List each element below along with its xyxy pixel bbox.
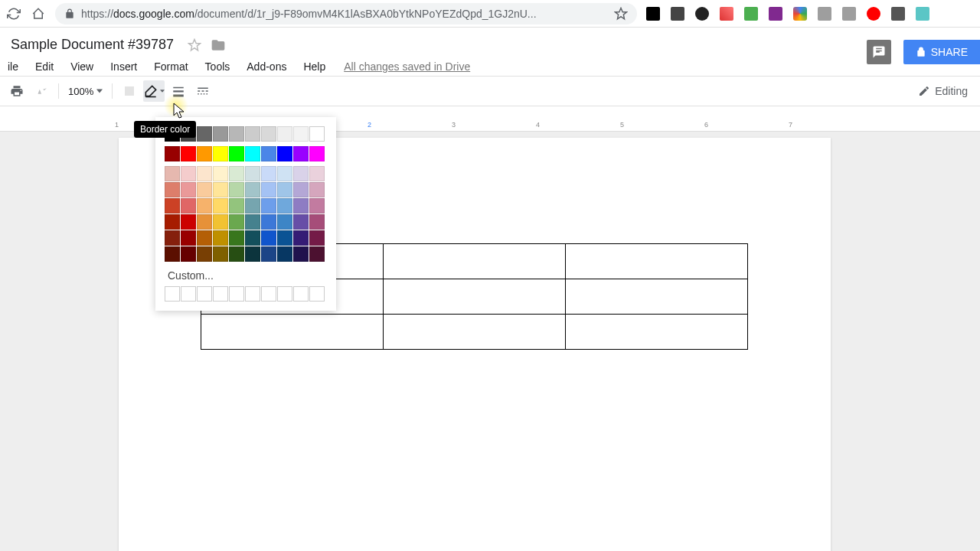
color-swatch[interactable] [309, 126, 325, 142]
ext-icon-3[interactable] [695, 7, 709, 21]
color-swatch[interactable] [181, 198, 196, 214]
ext-icon-8[interactable] [818, 7, 831, 21]
color-swatch[interactable] [277, 182, 292, 197]
save-status[interactable]: All changes saved in Drive [344, 60, 470, 73]
color-swatch[interactable] [293, 126, 309, 142]
color-swatch[interactable] [181, 230, 196, 246]
color-swatch[interactable] [245, 166, 260, 181]
border-width-button[interactable] [168, 80, 189, 102]
border-color-button[interactable] [143, 80, 165, 102]
fill-color-button[interactable] [119, 80, 140, 102]
color-swatch[interactable] [245, 146, 260, 161]
star-icon[interactable] [614, 7, 628, 21]
color-swatch[interactable] [197, 286, 212, 302]
color-swatch[interactable] [165, 182, 180, 197]
menu-file[interactable]: ile [6, 57, 26, 76]
comments-button[interactable] [867, 40, 891, 64]
color-swatch[interactable] [245, 182, 260, 197]
color-swatch[interactable] [229, 286, 244, 302]
color-swatch[interactable] [229, 126, 244, 142]
color-swatch[interactable] [181, 286, 196, 302]
color-swatch[interactable] [213, 230, 228, 246]
color-swatch[interactable] [309, 182, 325, 197]
border-dash-button[interactable] [192, 80, 214, 102]
color-swatch[interactable] [181, 182, 196, 197]
color-swatch[interactable] [261, 246, 276, 262]
color-swatch[interactable] [181, 166, 196, 181]
editing-mode[interactable]: Editing [918, 85, 968, 97]
color-swatch[interactable] [293, 246, 309, 262]
document-title[interactable]: Sample Document #39787 [6, 34, 178, 56]
table-cell[interactable] [384, 244, 566, 279]
color-swatch[interactable] [277, 246, 292, 262]
color-swatch[interactable] [309, 146, 325, 161]
color-swatch[interactable] [213, 214, 228, 230]
color-swatch[interactable] [165, 246, 180, 262]
menu-addons[interactable]: Add-ons [239, 57, 294, 76]
color-swatch[interactable] [277, 126, 292, 142]
folder-icon[interactable] [211, 37, 226, 53]
color-swatch[interactable] [309, 214, 325, 230]
color-swatch[interactable] [245, 198, 260, 214]
color-swatch[interactable] [213, 182, 228, 197]
color-swatch[interactable] [197, 198, 212, 214]
color-swatch[interactable] [213, 166, 228, 181]
menu-view[interactable]: View [63, 57, 101, 76]
color-swatch[interactable] [293, 230, 309, 246]
custom-color-button[interactable]: Custom... [165, 262, 327, 286]
color-swatch[interactable] [277, 146, 292, 161]
color-swatch[interactable] [197, 246, 212, 262]
color-swatch[interactable] [245, 126, 260, 142]
color-swatch[interactable] [277, 198, 292, 214]
ext-icon-12[interactable] [916, 7, 929, 21]
color-swatch[interactable] [277, 166, 292, 181]
color-swatch[interactable] [245, 214, 260, 230]
color-swatch[interactable] [213, 126, 228, 142]
color-swatch[interactable] [277, 286, 292, 302]
share-button[interactable]: SHARE [903, 40, 980, 64]
color-swatch[interactable] [197, 126, 212, 142]
menu-tools[interactable]: Tools [198, 57, 238, 76]
color-swatch[interactable] [229, 230, 244, 246]
ext-icon-6[interactable] [769, 7, 782, 21]
color-swatch[interactable] [229, 182, 244, 197]
color-swatch[interactable] [261, 126, 276, 142]
table-cell[interactable] [566, 315, 748, 350]
color-swatch[interactable] [293, 286, 309, 302]
home-icon[interactable] [31, 6, 46, 21]
star-icon[interactable] [188, 38, 201, 52]
menu-help[interactable]: Help [296, 57, 333, 76]
ext-icon-10[interactable] [867, 7, 880, 21]
color-swatch[interactable] [261, 198, 276, 214]
table-cell[interactable] [566, 279, 748, 315]
color-swatch[interactable] [229, 198, 244, 214]
menu-edit[interactable]: Edit [28, 57, 61, 76]
color-swatch[interactable] [293, 198, 309, 214]
color-swatch[interactable] [261, 182, 276, 197]
menu-format[interactable]: Format [146, 57, 195, 76]
color-swatch[interactable] [213, 246, 228, 262]
color-swatch[interactable] [165, 214, 180, 230]
color-swatch[interactable] [197, 230, 212, 246]
color-swatch[interactable] [261, 230, 276, 246]
table-cell[interactable] [384, 279, 566, 315]
color-swatch[interactable] [165, 166, 180, 181]
color-swatch[interactable] [293, 166, 309, 181]
address-bar[interactable]: https://docs.google.com/document/d/1r_j9… [55, 3, 637, 24]
color-swatch[interactable] [245, 286, 260, 302]
ext-icon-7[interactable] [793, 7, 807, 21]
color-swatch[interactable] [197, 166, 212, 181]
color-swatch[interactable] [245, 246, 260, 262]
color-swatch[interactable] [277, 230, 292, 246]
table-cell[interactable] [566, 244, 748, 279]
color-swatch[interactable] [181, 246, 196, 262]
color-swatch[interactable] [213, 146, 228, 161]
color-swatch[interactable] [309, 198, 325, 214]
ext-icon-4[interactable] [720, 7, 733, 21]
print-button[interactable] [6, 80, 28, 102]
color-swatch[interactable] [229, 246, 244, 262]
color-swatch[interactable] [309, 230, 325, 246]
color-swatch[interactable] [293, 146, 309, 161]
color-swatch[interactable] [181, 214, 196, 230]
color-swatch[interactable] [181, 146, 196, 161]
